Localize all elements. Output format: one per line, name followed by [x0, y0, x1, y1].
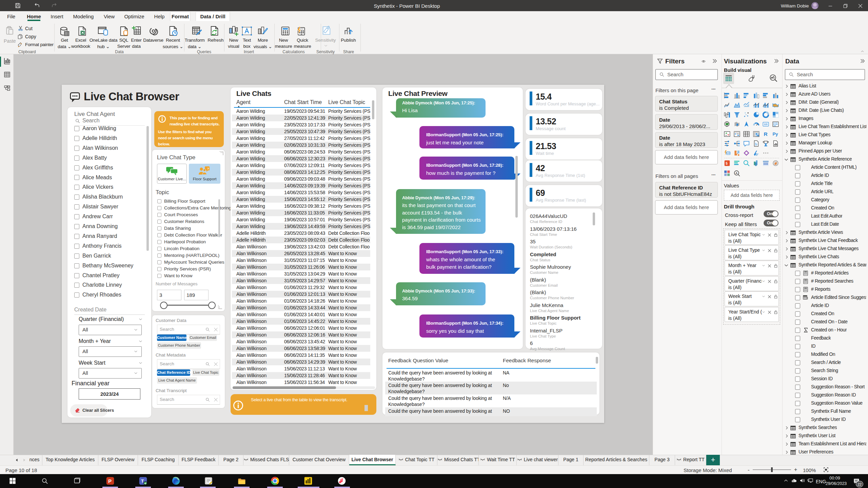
svg-text:R: R	[764, 131, 768, 137]
svg-text:?: ?	[207, 167, 209, 170]
svg-text:5: 5	[726, 162, 728, 165]
svg-text:123: 123	[764, 123, 768, 126]
svg-text:123: 123	[727, 152, 730, 155]
svg-text:P: P	[108, 478, 112, 484]
svg-text:A: A	[735, 171, 737, 175]
svg-text:Py: Py	[773, 131, 778, 137]
